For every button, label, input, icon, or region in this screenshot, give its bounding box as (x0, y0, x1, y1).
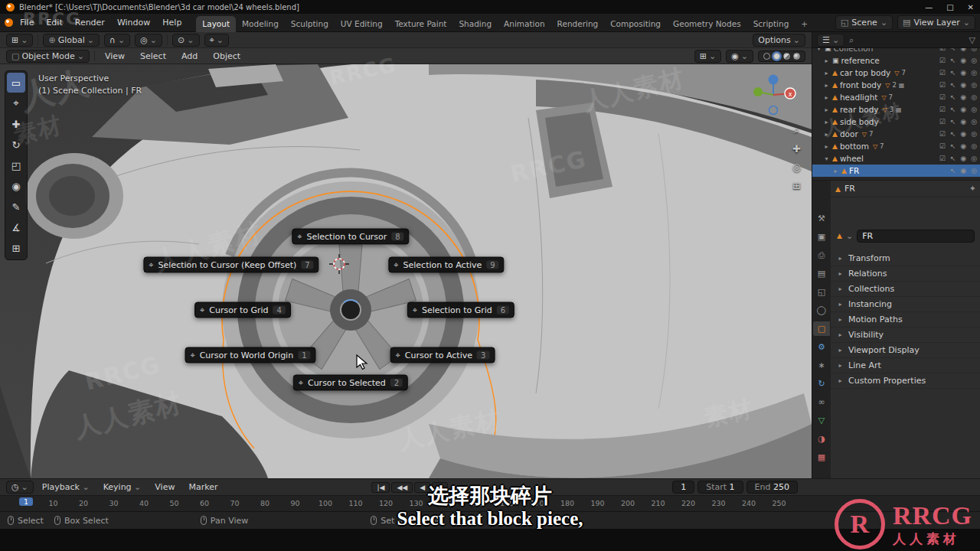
outliner-row-wheel[interactable]: ▾ ▲ wheel ☑ ↖ ◉ ◎ (812, 152, 980, 165)
eye-icon[interactable]: ◉ (960, 155, 966, 162)
minimize-button[interactable]: — (925, 3, 933, 11)
blender-app-icon[interactable] (5, 18, 13, 27)
menu-edit[interactable]: Edit (41, 15, 67, 30)
checkbox-icon[interactable]: ☑ (939, 48, 946, 52)
scene-selector[interactable]: ◱ Scene ⌄ (835, 15, 893, 30)
checkbox-icon[interactable]: ☑ (939, 118, 946, 126)
snap-target-button[interactable]: ⌖ ⌄ (204, 34, 229, 47)
options-dropdown[interactable]: Options ⌄ (753, 34, 805, 47)
camera-icon[interactable]: ◎ (971, 57, 977, 64)
camera-icon[interactable]: ◎ (971, 118, 977, 126)
tab-layout[interactable]: Layout (196, 16, 236, 32)
section-line-art[interactable]: ▸ Line Art (831, 358, 980, 373)
pin-icon[interactable]: ✦ (969, 184, 976, 194)
tab-compositing[interactable]: Compositing (604, 16, 667, 32)
outliner-row-fr-selected[interactable]: ▸ ▲ FR ↖ ◉ ◎ (812, 165, 980, 177)
tab-modifiers[interactable]: ⚙ (813, 340, 830, 354)
tool-measure[interactable]: ∡ (7, 217, 25, 237)
outliner-row-car-top-body[interactable]: ▸ ▲ car top body ▽ 7 ☑ ↖ ◉ ◎ (812, 67, 980, 79)
camera-icon[interactable]: ◎ (971, 69, 977, 77)
camera-icon[interactable]: ◎ (971, 106, 977, 113)
show-overlays-button[interactable]: ◉ ⌄ (726, 50, 753, 63)
zoom-icon[interactable]: ⌕ (794, 124, 799, 136)
menu-add[interactable]: Add (176, 50, 203, 63)
tab-render[interactable]: ▣ (813, 230, 830, 244)
eye-icon[interactable]: ◉ (960, 81, 966, 89)
pan-hand-icon[interactable]: ✚ (792, 143, 801, 155)
pie-selection-to-active[interactable]: ⌖ Selection to Active 9 (388, 257, 504, 273)
checkbox-icon[interactable]: ☑ (939, 69, 946, 77)
camera-icon[interactable]: ◎ (971, 155, 977, 162)
search-icon[interactable]: ⌕ (849, 35, 854, 45)
pie-cursor-to-grid[interactable]: ⌖ Cursor to Grid 4 (194, 302, 291, 318)
outliner-row-collection[interactable]: ▾ ▣ Collection ☑ ↖ ◉ ◎ (812, 48, 980, 54)
pie-cursor-to-active[interactable]: ⌖ Cursor to Active 3 (390, 347, 495, 364)
tab-tool[interactable]: ⚒ (813, 211, 830, 226)
tab-view-layer[interactable]: ▤ (813, 266, 830, 281)
selectable-icon[interactable]: ↖ (950, 155, 956, 162)
pivot-point-button[interactable]: ⊙ ⌄ (172, 34, 199, 47)
pie-selection-to-grid[interactable]: ⌖ Selection to Grid 6 (407, 302, 514, 318)
mode-selector[interactable]: ▢ Object Mode ⌄ (6, 50, 90, 63)
section-custom-properties[interactable]: ▸ Custom Properties (831, 373, 980, 389)
tab-modeling[interactable]: Modeling (236, 16, 285, 32)
selectable-icon[interactable]: ↖ (950, 69, 956, 77)
tab-material[interactable]: ◑ (813, 432, 830, 446)
tool-rotate[interactable]: ↻ (7, 135, 25, 155)
selectable-icon[interactable]: ↖ (950, 106, 956, 113)
camera-icon[interactable]: ◎ (971, 81, 977, 89)
material-shading-icon[interactable] (783, 53, 790, 60)
tab-scene[interactable]: ◱ (813, 285, 830, 299)
tool-add-cube[interactable]: ⊞ (7, 238, 25, 258)
close-button[interactable]: ✕ (968, 3, 974, 11)
maximize-button[interactable]: □ (946, 3, 953, 11)
camera-icon[interactable]: ◎ (971, 93, 977, 101)
eye-icon[interactable]: ◉ (960, 118, 966, 126)
eye-icon[interactable]: ◉ (960, 48, 966, 52)
view-layer-selector[interactable]: ▤ View Layer ⌄ (897, 15, 975, 30)
tool-annotate[interactable]: ✎ (7, 197, 25, 217)
selectable-icon[interactable]: ↖ (950, 118, 956, 126)
pie-cursor-to-selected[interactable]: ⌖ Cursor to Selected 2 (293, 375, 408, 391)
transform-orientation-dropdown[interactable]: ⊕ Global ⌄ (43, 34, 100, 47)
section-motion-paths[interactable]: ▸ Motion Paths (831, 312, 980, 328)
wireframe-shading-icon[interactable] (763, 53, 770, 60)
tab-rendering[interactable]: Rendering (551, 16, 605, 32)
tab-sculpting[interactable]: Sculpting (285, 16, 335, 32)
checkbox-icon[interactable]: ☑ (939, 130, 946, 138)
tab-shading[interactable]: Shading (452, 16, 498, 32)
menu-file[interactable]: File (15, 15, 39, 30)
selectable-icon[interactable]: ↖ (950, 48, 956, 52)
section-relations[interactable]: ▸ Relations (831, 266, 980, 282)
navigation-gizmo[interactable]: x (749, 70, 798, 122)
checkbox-icon[interactable]: ☑ (939, 106, 946, 113)
tab-texture[interactable]: ▦ (813, 450, 830, 465)
checkbox-icon[interactable]: ☑ (939, 155, 946, 162)
pie-cursor-to-world-origin[interactable]: ⌖ Cursor to World Origin 1 (185, 347, 315, 364)
checkbox-icon[interactable]: ☑ (939, 93, 946, 101)
add-workspace-button[interactable]: + (795, 16, 814, 32)
pie-selection-to-cursor[interactable]: ⌖ Selection to Cursor 8 (292, 229, 409, 245)
tab-uv-editing[interactable]: UV Editing (335, 16, 389, 32)
show-gizmos-button[interactable]: ⊞ ⌄ (694, 50, 721, 63)
filter-funnel-icon[interactable]: ▽ (969, 35, 975, 45)
outliner-row-side-body[interactable]: ▸ ▲ side body ☑ ↖ ◉ ◎ (812, 116, 980, 128)
eye-icon[interactable]: ◉ (960, 106, 966, 113)
menu-object[interactable]: Object (207, 50, 246, 63)
section-instancing[interactable]: ▸ Instancing (831, 297, 980, 312)
tab-object[interactable]: ▢ (813, 321, 830, 336)
selectable-icon[interactable]: ↖ (950, 130, 956, 138)
section-viewport-display[interactable]: ▸ Viewport Display (831, 343, 980, 358)
tab-object-data[interactable]: ▽ (813, 413, 830, 428)
tool-move[interactable]: ✚ (7, 114, 25, 134)
tab-output[interactable]: ⎙ (813, 248, 830, 262)
tab-particles[interactable]: ∗ (813, 358, 830, 373)
outliner-row-reference[interactable]: ▸ ▣ reference ☑ ↖ ◉ ◎ (812, 54, 980, 67)
tab-texture-paint[interactable]: Texture Paint (389, 16, 453, 32)
eye-icon[interactable]: ◉ (960, 142, 966, 150)
outliner-row-bottom[interactable]: ▸ ▲ bottom ▽ 7 ☑ ↖ ◉ ◎ (812, 140, 980, 152)
camera-icon[interactable]: ◎ (971, 48, 977, 52)
selectable-icon[interactable]: ↖ (950, 142, 956, 150)
section-visibility[interactable]: ▸ Visibility (831, 328, 980, 343)
outliner-row-door[interactable]: ▸ ▲ door ▽ 7 ☑ ↖ ◉ ◎ (812, 128, 980, 140)
